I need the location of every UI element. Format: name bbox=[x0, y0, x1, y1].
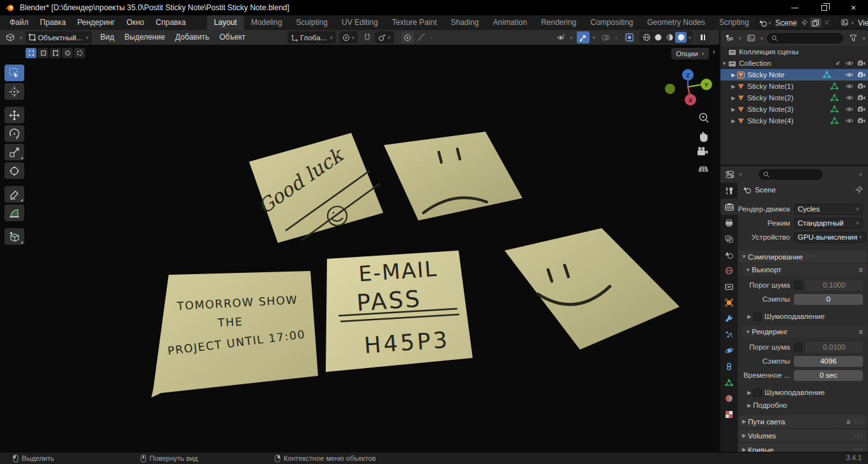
disclosure-expanded-icon[interactable]: ▼ bbox=[720, 61, 728, 66]
tab-view-layer[interactable] bbox=[720, 231, 738, 247]
tab-layout[interactable]: Layout bbox=[207, 15, 244, 30]
menu-select[interactable]: Выделение bbox=[119, 31, 171, 43]
preset-menu-icon[interactable]: ≡ bbox=[859, 266, 863, 274]
tab-object[interactable] bbox=[720, 295, 738, 311]
editor-type-dropdown[interactable] bbox=[4, 31, 17, 43]
menu-window[interactable]: Окно bbox=[121, 15, 150, 30]
tab-tool[interactable] bbox=[720, 183, 738, 199]
sampling-viewport-header[interactable]: ▼ Вьюпорт ≡ bbox=[743, 264, 867, 275]
tab-world[interactable] bbox=[720, 263, 738, 279]
time-limit-field[interactable]: 0 sec bbox=[794, 370, 863, 381]
tab-render[interactable] bbox=[720, 199, 738, 215]
curves-panel-header[interactable]: ▶ Кривые ∷∷ bbox=[739, 444, 867, 452]
tool-measure[interactable] bbox=[4, 205, 24, 221]
tab-constraints[interactable] bbox=[720, 359, 738, 375]
outliner-row-scene-collection[interactable]: Коллекция сцены bbox=[720, 46, 868, 58]
breadcrumb-scene[interactable]: Scene bbox=[755, 186, 776, 194]
render-noise-threshold-checkbox[interactable] bbox=[794, 343, 802, 352]
hide-eye-icon[interactable] bbox=[845, 118, 854, 124]
render-denoise-checkbox[interactable] bbox=[753, 389, 761, 397]
device-dropdown[interactable]: GPU-вычисления∨ bbox=[794, 232, 866, 243]
outliner-filter-dropdown[interactable] bbox=[847, 32, 860, 44]
tab-sculpting[interactable]: Sculpting bbox=[289, 15, 335, 30]
tab-physics[interactable] bbox=[720, 343, 738, 359]
tool-cursor[interactable] bbox=[4, 83, 24, 100]
disclosure-collapsed-icon[interactable]: ▶ bbox=[729, 72, 737, 78]
mode-dropdown[interactable]: Объектный... ∨ bbox=[26, 31, 92, 43]
tab-scene[interactable] bbox=[720, 247, 738, 263]
menu-file[interactable]: Файл bbox=[4, 15, 34, 30]
outliner-row-sticky-note-0[interactable]: ▶ Sticky Note bbox=[720, 69, 868, 81]
tab-geometry-nodes[interactable]: Geometry Nodes bbox=[640, 15, 712, 30]
render-samples-field[interactable]: 4096 bbox=[794, 356, 863, 367]
proportional-falloff-dropdown[interactable] bbox=[415, 31, 428, 43]
viewport-3d[interactable]: Good luck bbox=[0, 45, 719, 452]
tool-transform[interactable] bbox=[4, 162, 24, 179]
menu-edit[interactable]: Правка bbox=[34, 15, 72, 30]
xray-toggle[interactable] bbox=[623, 31, 636, 43]
tool-scale[interactable] bbox=[4, 144, 24, 160]
tab-animation[interactable]: Animation bbox=[486, 15, 534, 30]
outliner-display-mode-dropdown[interactable] bbox=[723, 32, 736, 44]
scene-selector[interactable]: ∨ Scene ✕ bbox=[756, 17, 834, 29]
disclosure-collapsed-icon[interactable]: ▶ bbox=[729, 118, 737, 124]
properties-search-input[interactable] bbox=[759, 169, 823, 180]
options-dropdown[interactable]: Опции ∨ bbox=[671, 48, 709, 59]
select-mode-subtract[interactable] bbox=[50, 48, 61, 58]
tab-texture[interactable] bbox=[720, 406, 738, 422]
hide-eye-icon[interactable] bbox=[845, 72, 854, 78]
menu-render[interactable]: Рендеринг bbox=[72, 15, 121, 30]
disclosure-collapsed-icon[interactable]: ▶ bbox=[745, 314, 753, 320]
collection-checkbox[interactable]: ✓ bbox=[834, 59, 842, 67]
tool-rotate[interactable] bbox=[4, 125, 24, 142]
sampling-render-header[interactable]: ▼ Рендеринг ≡ bbox=[743, 326, 867, 337]
tab-collection[interactable] bbox=[720, 279, 738, 295]
shading-material-button[interactable] bbox=[664, 32, 675, 43]
select-mode-new[interactable] bbox=[26, 48, 36, 58]
render-engine-dropdown[interactable]: Cycles∨ bbox=[794, 204, 863, 215]
scene-name[interactable]: Scene bbox=[772, 19, 801, 27]
shading-rendered-button[interactable] bbox=[675, 32, 687, 43]
navigation-gizmo[interactable]: Z Y X bbox=[665, 69, 712, 105]
minimize-button[interactable] bbox=[780, 0, 809, 15]
viewport-denoise-checkbox[interactable] bbox=[753, 313, 761, 321]
disable-render-camera-icon[interactable] bbox=[857, 72, 865, 78]
viewport-samples-field[interactable]: 0 bbox=[794, 294, 863, 305]
hide-eye-icon[interactable] bbox=[845, 60, 854, 66]
outliner-row-sticky-note-1[interactable]: ▶ Sticky Note(1) bbox=[720, 81, 868, 92]
volumes-panel-header[interactable]: ▶ Volumes ∷∷ bbox=[739, 429, 867, 442]
sticky-note-good-luck[interactable]: Good luck bbox=[249, 133, 383, 243]
menu-help[interactable]: Справка bbox=[150, 15, 192, 30]
camera-view-icon[interactable] bbox=[697, 147, 708, 155]
disable-render-camera-icon[interactable] bbox=[857, 118, 865, 124]
tool-add-cube[interactable] bbox=[4, 228, 24, 245]
disclosure-collapsed-icon[interactable]: ▶ bbox=[745, 390, 753, 396]
close-button[interactable]: × bbox=[839, 0, 868, 15]
disable-render-camera-icon[interactable] bbox=[857, 95, 865, 101]
pan-hand-icon[interactable] bbox=[700, 132, 708, 143]
object-visibility-dropdown[interactable] bbox=[554, 31, 567, 43]
sticky-note-tomorrow[interactable]: TOMORROW SHOW THE PROJECT UNTIL 17:00 bbox=[151, 271, 318, 398]
hide-eye-icon[interactable] bbox=[845, 95, 854, 101]
outliner-row-sticky-note-4[interactable]: ▶ Sticky Note(4) bbox=[720, 115, 868, 127]
hide-eye-icon[interactable] bbox=[845, 106, 854, 112]
outliner-row-collection[interactable]: ▼ Collection ✓ bbox=[720, 58, 868, 69]
advanced-row[interactable]: ▶ Подробно bbox=[738, 399, 868, 412]
panel-grip-icon[interactable]: ∷∷ bbox=[855, 433, 863, 439]
shading-wireframe-button[interactable] bbox=[641, 32, 652, 43]
gizmos-toggle[interactable] bbox=[577, 31, 590, 43]
noise-threshold-field[interactable]: 0.1000 bbox=[805, 280, 863, 291]
tab-object-data[interactable] bbox=[720, 375, 738, 391]
disable-render-camera-icon[interactable] bbox=[857, 83, 865, 89]
new-scene-button[interactable] bbox=[810, 18, 821, 27]
light-paths-panel-header[interactable]: ▶ Пути света ≡ ∷∷ bbox=[739, 415, 867, 428]
select-mode-invert[interactable] bbox=[62, 48, 73, 58]
outliner-row-sticky-note-2[interactable]: ▶ Sticky Note(2) bbox=[720, 92, 868, 104]
outliner-search-input[interactable] bbox=[767, 33, 843, 43]
proportional-editing-toggle[interactable] bbox=[401, 31, 414, 43]
preset-menu-icon[interactable]: ≡ bbox=[846, 418, 850, 426]
pivot-point-dropdown[interactable]: ∨ bbox=[339, 31, 358, 43]
transform-orientation-dropdown[interactable]: Глоба... ∨ bbox=[287, 31, 336, 43]
sidebar-toggle-arrow[interactable]: ‹ bbox=[713, 47, 715, 56]
perspective-grid-icon[interactable] bbox=[699, 167, 708, 171]
